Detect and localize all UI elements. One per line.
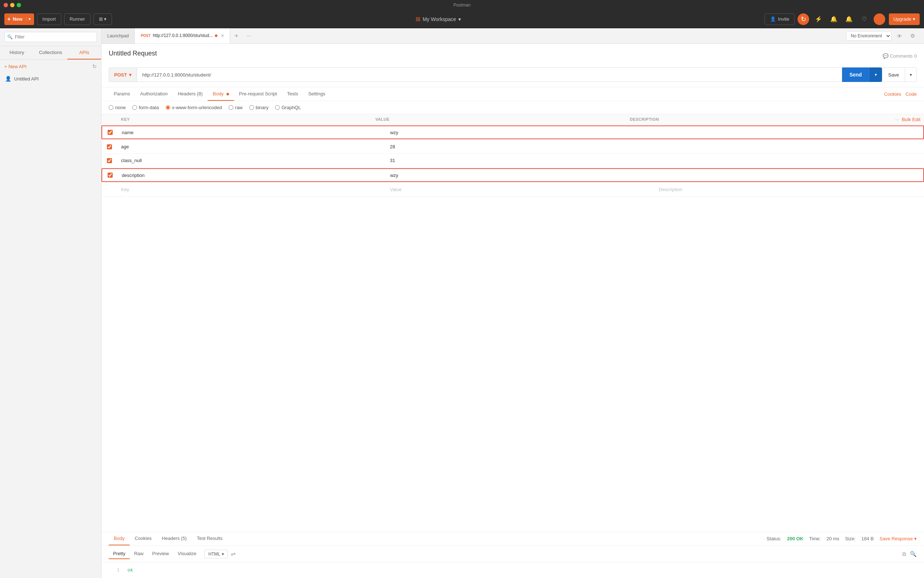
invite-button[interactable]: 👤 Invite (765, 13, 795, 25)
refresh-button[interactable]: ↻ (92, 63, 97, 69)
tab-more-button[interactable]: ··· (243, 28, 255, 44)
fmt-tab-raw[interactable]: Raw (130, 549, 148, 559)
environment-select[interactable]: No Environment (846, 31, 892, 41)
row1-key-cell[interactable]: name (118, 127, 387, 138)
row2-checkbox[interactable] (107, 144, 112, 149)
sidebar: 🔍 History Collections APIs + New API ↻ 👤… (0, 28, 102, 578)
tab-active-request[interactable]: POST http://127.0.0.1:8000/stu/stud... × (135, 28, 230, 44)
api-icon[interactable]: ⚡ (813, 13, 824, 25)
req-tab-headers[interactable]: Headers (8) (173, 88, 208, 101)
avatar[interactable] (874, 13, 885, 25)
main-layout: 🔍 History Collections APIs + New API ↻ 👤… (0, 28, 924, 578)
new-button[interactable]: + New ▾ (4, 13, 34, 25)
heart-icon[interactable]: ♡ (858, 13, 870, 25)
code-link[interactable]: Code (906, 91, 917, 97)
more-icon[interactable]: ··· (895, 117, 899, 122)
import-button[interactable]: Import (37, 13, 61, 25)
search-response-icon[interactable]: 🔍 (910, 551, 917, 557)
save-button[interactable]: Save (882, 67, 905, 82)
sidebar-search-area: 🔍 (0, 28, 101, 46)
notification-icon[interactable]: 🔔 (828, 13, 840, 25)
req-tabs-right: Cookies Code (884, 91, 917, 97)
row4-key-cell[interactable]: description (118, 170, 387, 181)
body-dot-icon (227, 93, 229, 95)
tabs-bar: Launchpad POST http://127.0.0.1:8000/stu… (102, 28, 924, 44)
row1-checkbox[interactable] (108, 130, 113, 135)
req-tab-body[interactable]: Body (208, 88, 234, 101)
table-header-key: KEY (117, 116, 372, 123)
sync-icon[interactable]: ↻ (798, 13, 809, 25)
req-tab-authorization[interactable]: Authorization (135, 88, 173, 101)
req-tab-settings[interactable]: Settings (303, 88, 330, 101)
wrap-icon[interactable]: ⇌ (231, 550, 236, 557)
fmt-tab-preview[interactable]: Preview (148, 549, 173, 559)
upgrade-button[interactable]: Upgrade ▾ (889, 13, 920, 25)
row2-value-cell[interactable]: 28 (386, 141, 655, 152)
fmt-tab-visualize[interactable]: Visualize (173, 549, 201, 559)
bulk-edit-button[interactable]: Bulk Edit (902, 117, 921, 122)
search-icon: 🔍 (7, 34, 13, 39)
add-api-button[interactable]: + New API (4, 64, 26, 69)
tab-close-icon[interactable]: × (221, 32, 224, 39)
row4-desc-cell[interactable] (655, 172, 923, 178)
sidebar-tab-apis[interactable]: APIs (67, 46, 101, 60)
sidebar-item-untitled-api[interactable]: 👤 Untitled API (0, 73, 101, 84)
save-caret-button[interactable]: ▾ (905, 67, 917, 82)
resp-tab-cookies[interactable]: Cookies (130, 532, 157, 546)
new-row-desc-cell[interactable]: Description (655, 184, 924, 195)
resp-tab-body[interactable]: Body (109, 532, 130, 546)
send-button[interactable]: Send (842, 67, 869, 82)
tab-add-button[interactable]: + (230, 28, 243, 44)
radio-graphql[interactable]: GraphQL (275, 105, 301, 110)
row4-checkbox[interactable] (108, 173, 113, 178)
search-input[interactable] (4, 32, 97, 42)
sidebar-tab-collections[interactable]: Collections (34, 46, 67, 60)
copy-icon[interactable]: ⧉ (902, 551, 906, 557)
alert-icon[interactable]: 🔔 (843, 13, 855, 25)
row1-desc-cell[interactable] (655, 130, 923, 135)
format-dropdown[interactable]: HTML ▾ (204, 550, 228, 559)
row3-key-cell[interactable]: class_null (117, 155, 386, 166)
resp-tab-headers[interactable]: Headers (5) (157, 532, 192, 546)
table-row: age 28 (102, 140, 924, 154)
eye-icon[interactable]: 👁 (894, 31, 905, 41)
settings-icon[interactable]: ⚙ (907, 31, 918, 41)
tab-launchpad[interactable]: Launchpad (102, 28, 135, 44)
row4-value-cell[interactable]: wzy (387, 170, 655, 181)
row2-key-cell[interactable]: age (117, 141, 386, 152)
response-tabs-bar: Body Cookies Headers (5) Test Results St… (102, 532, 924, 546)
sync-button[interactable]: ⊞ ▾ (94, 13, 112, 25)
req-tab-tests[interactable]: Tests (282, 88, 303, 101)
fmt-tab-pretty[interactable]: Pretty (109, 549, 130, 559)
url-input[interactable] (137, 67, 842, 82)
req-tab-params[interactable]: Params (109, 88, 135, 101)
workspace-selector[interactable]: ⊞ My Workspace ▾ (115, 16, 762, 23)
minimize-button[interactable] (10, 3, 15, 7)
cookies-link[interactable]: Cookies (884, 91, 901, 97)
comments-link[interactable]: 💬 Comments 0 (883, 53, 917, 59)
close-button[interactable] (3, 3, 8, 7)
row2-desc-cell[interactable] (655, 144, 924, 150)
maximize-button[interactable] (17, 3, 21, 7)
send-caret-button[interactable]: ▾ (869, 67, 882, 82)
row3-desc-cell[interactable] (655, 158, 924, 164)
save-response-button[interactable]: Save Response ▾ (879, 536, 917, 541)
radio-none[interactable]: none (109, 105, 126, 110)
row3-value-cell[interactable]: 31 (386, 155, 655, 166)
new-row-value-cell[interactable]: Value (386, 184, 655, 195)
radio-raw[interactable]: raw (229, 105, 243, 110)
runner-button[interactable]: Runner (64, 13, 91, 25)
grid-icon: ⊞ (416, 16, 420, 23)
status-label: Status: (767, 536, 781, 541)
radio-binary[interactable]: binary (249, 105, 269, 110)
new-row-key-cell[interactable]: Key (117, 184, 386, 195)
request-title-row: Untitled Request 💬 Comments 0 (109, 50, 917, 62)
req-tab-pre-request[interactable]: Pre-request Script (234, 88, 282, 101)
radio-urlencoded[interactable]: x-www-form-urlencoded (166, 105, 222, 110)
resp-tab-test-results[interactable]: Test Results (192, 532, 228, 546)
row1-value-cell[interactable]: wzy (387, 127, 655, 138)
method-select[interactable]: POST ▾ (109, 67, 137, 82)
sidebar-tab-history[interactable]: History (0, 46, 34, 60)
radio-form-data[interactable]: form-data (132, 105, 159, 110)
row3-checkbox[interactable] (107, 158, 112, 163)
